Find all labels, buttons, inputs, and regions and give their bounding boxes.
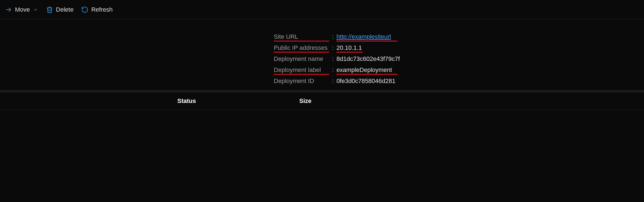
site-url-label: Site URL [274,33,332,40]
deployment-name-row: Deployment name : 8d1dc73c602e43f79c7f [274,55,644,63]
colon: : [332,55,334,63]
deployment-name-label: Deployment name [274,55,332,63]
command-bar: Move Delete Refresh [0,0,644,19]
deployment-id-label: Deployment ID [274,77,332,85]
chevron-down-icon [33,7,38,12]
deployment-label-label: Deployment label [274,66,332,74]
colon: : [332,44,334,51]
status-column-header[interactable]: Status [177,97,283,105]
highlight-underline [274,52,329,53]
refresh-button[interactable]: Refresh [81,6,113,13]
deployment-id-row: Deployment ID : 0fe3d0c7858046d281 [274,77,644,85]
delete-label: Delete [56,6,74,13]
size-column-header[interactable]: Size [299,97,311,105]
public-ip-value: 20.10.1.1 [336,44,362,51]
highlight-underline [274,41,329,42]
deployment-id-value: 0fe3d0c7858046d281 [336,77,395,85]
move-label: Move [15,6,30,13]
details-panel: Site URL : http://examplesiteurl Public … [0,19,644,85]
deployment-label-value: exampleDeployment [336,66,392,74]
site-url-link[interactable]: http://examplesiteurl [336,33,391,40]
trash-icon [46,6,53,13]
refresh-icon [81,6,88,13]
colon: : [332,33,334,40]
site-url-row: Site URL : http://examplesiteurl [274,33,644,40]
section-divider [0,90,644,92]
arrow-right-icon [5,6,12,13]
public-ip-row: Public IP addresses : 20.10.1.1 [274,44,644,51]
highlight-underline [336,41,397,42]
public-ip-label: Public IP addresses [274,44,332,51]
colon: : [332,77,334,85]
delete-button[interactable]: Delete [46,6,74,13]
colon: : [332,66,334,74]
refresh-label: Refresh [91,6,113,13]
table-header: Status Size [0,92,644,110]
deployment-name-value: 8d1dc73c602e43f79c7f [336,55,400,63]
highlight-underline [336,74,397,75]
site-url-value: http://examplesiteurl [336,33,391,40]
deployment-label-row: Deployment label : exampleDeployment [274,66,644,74]
move-button[interactable]: Move [5,6,38,13]
highlight-underline [336,52,363,53]
highlight-underline [274,74,329,75]
